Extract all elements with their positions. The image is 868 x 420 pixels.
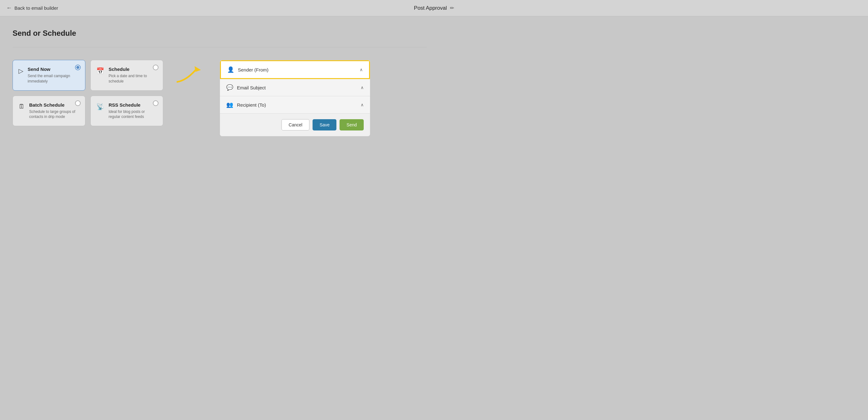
save-button[interactable]: Save (313, 119, 336, 130)
rss-schedule-content: RSS Schedule Ideal for blog posts or reg… (108, 102, 157, 120)
send-now-desc: Send the email campaign immediately (28, 73, 80, 84)
edit-icon[interactable]: ✏ (450, 5, 454, 11)
back-label: Back to email builder (14, 5, 58, 11)
back-link[interactable]: ← Back to email builder (6, 5, 58, 11)
schedule-desc: Pick a date and time to schedule (108, 73, 157, 84)
content-row: ▷ Send Now Send the email campaign immed… (12, 60, 427, 136)
email-subject-label: Email Subject (237, 85, 266, 90)
schedule-card[interactable]: 📅 Schedule Pick a date and time to sched… (90, 60, 163, 91)
page-title: Send or Schedule (12, 29, 427, 38)
send-now-radio[interactable] (75, 65, 81, 70)
sender-label: Sender (From) (238, 67, 269, 72)
cards-grid: ▷ Send Now Send the email campaign immed… (12, 60, 163, 126)
sender-row[interactable]: 👤 Sender (From) ∧ (220, 60, 370, 79)
right-panel: 👤 Sender (From) ∧ 💬 Email Subject ∧ 👥 Re… (220, 60, 370, 136)
rss-schedule-title: RSS Schedule (108, 102, 157, 107)
recipient-chevron-icon: ∧ (361, 102, 364, 107)
schedule-icon: 📅 (96, 67, 104, 75)
batch-schedule-radio[interactable] (75, 100, 81, 106)
email-subject-icon: 💬 (226, 84, 233, 91)
schedule-title: Schedule (108, 66, 157, 72)
rss-schedule-desc: Ideal for blog posts or regular content … (108, 109, 157, 120)
annotation-arrow (173, 63, 210, 88)
rss-schedule-radio[interactable] (153, 100, 158, 106)
send-now-content: Send Now Send the email campaign immedia… (28, 66, 80, 84)
arrow-svg (174, 63, 209, 88)
send-now-card[interactable]: ▷ Send Now Send the email campaign immed… (12, 60, 85, 91)
send-button[interactable]: Send (340, 119, 364, 130)
batch-schedule-title: Batch Schedule (29, 102, 80, 107)
topbar-title: Post Approval ✏ (414, 5, 454, 11)
batch-schedule-content: Batch Schedule Schedule to large groups … (29, 102, 80, 120)
batch-schedule-icon: 🗓 (19, 103, 25, 110)
schedule-content: Schedule Pick a date and time to schedul… (108, 66, 157, 84)
svg-marker-0 (194, 66, 201, 72)
recipient-row-left: 👥 Recipient (To) (226, 101, 266, 108)
cancel-button[interactable]: Cancel (281, 119, 310, 130)
title-text: Post Approval (414, 5, 447, 11)
back-arrow-icon: ← (6, 5, 12, 11)
batch-schedule-card[interactable]: 🗓 Batch Schedule Schedule to large group… (12, 96, 85, 126)
panel-actions: Cancel Save Send (220, 114, 370, 136)
topbar: ← Back to email builder Post Approval ✏ (0, 0, 868, 16)
email-subject-chevron-icon: ∧ (361, 85, 364, 90)
send-now-title: Send Now (28, 66, 80, 72)
rss-schedule-icon: 📡 (96, 103, 104, 110)
email-subject-row[interactable]: 💬 Email Subject ∧ (220, 79, 370, 96)
recipient-label: Recipient (To) (237, 102, 266, 107)
sender-icon: 👤 (227, 66, 234, 73)
recipient-icon: 👥 (226, 101, 233, 108)
sender-row-left: 👤 Sender (From) (227, 66, 269, 73)
sender-chevron-icon: ∧ (360, 67, 363, 72)
main-content: Send or Schedule ▷ Send Now Send the ema… (0, 16, 439, 149)
schedule-radio[interactable] (153, 65, 158, 70)
send-now-icon: ▷ (19, 67, 23, 75)
rss-schedule-card[interactable]: 📡 RSS Schedule Ideal for blog posts or r… (90, 96, 163, 126)
recipient-row[interactable]: 👥 Recipient (To) ∧ (220, 96, 370, 114)
email-subject-row-left: 💬 Email Subject (226, 84, 266, 91)
divider (12, 47, 427, 47)
batch-schedule-desc: Schedule to large groups of contacts in … (29, 109, 80, 120)
